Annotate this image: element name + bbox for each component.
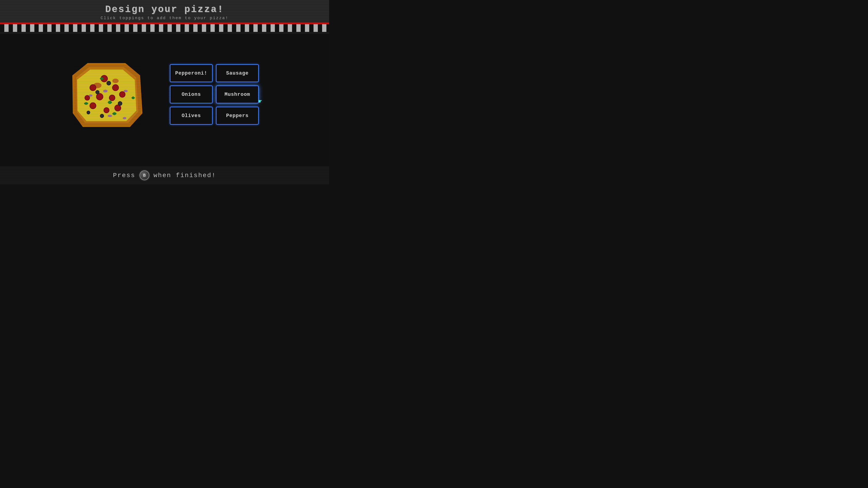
- main-content: Pepperoni! Sausage Onions Mushroom ☛ Oli…: [0, 34, 329, 155]
- topping-pepperoni-button[interactable]: Pepperoni!: [170, 64, 213, 82]
- topping-onions-button[interactable]: Onions: [170, 86, 213, 103]
- red-line-top: [0, 23, 329, 24]
- topping-sausage-button[interactable]: Sausage: [216, 64, 259, 82]
- pizza-display: [70, 58, 143, 131]
- svg-rect-40: [74, 65, 141, 126]
- toppings-grid: Pepperoni! Sausage Onions Mushroom ☛ Oli…: [170, 64, 259, 125]
- press-label: Press: [113, 172, 135, 179]
- topping-peppers-button[interactable]: Peppers: [216, 107, 259, 125]
- bottom-line: [0, 32, 329, 34]
- pizza-svg: [70, 58, 143, 131]
- checker-pattern: [0, 24, 329, 32]
- when-finished-label: when finished!: [153, 172, 216, 179]
- topping-mushroom-button[interactable]: Mushroom ☛: [216, 86, 259, 103]
- cursor-hand-icon: ☛: [258, 98, 262, 105]
- decorative-border: [0, 23, 329, 34]
- page-title: Design your pizza!: [0, 4, 329, 15]
- page-subtitle: Click toppings to add them to your pizza…: [0, 16, 329, 20]
- b-button-icon[interactable]: B: [140, 170, 149, 180]
- topping-olives-button[interactable]: Olives: [170, 107, 213, 125]
- header: Design your pizza! Click toppings to add…: [0, 0, 329, 23]
- bottom-bar: Press B when finished!: [0, 166, 329, 184]
